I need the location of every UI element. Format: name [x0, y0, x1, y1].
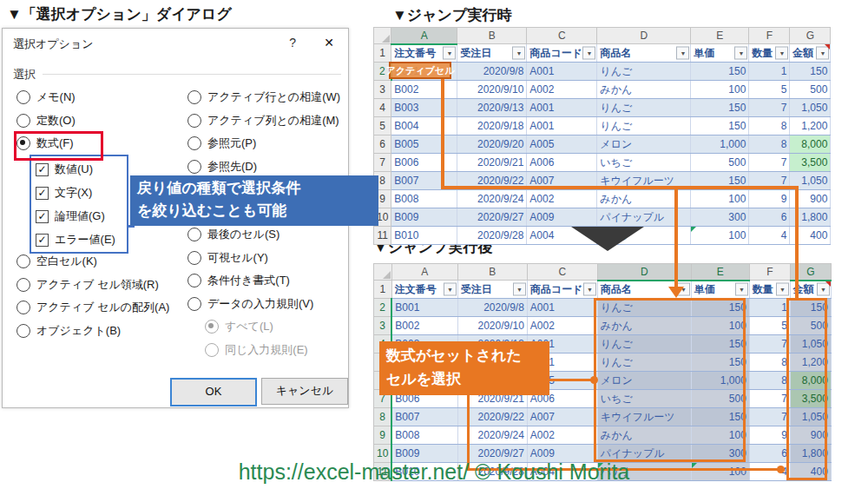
cell-D3[interactable]: みかん — [597, 81, 691, 99]
cell-G3[interactable]: 500 — [790, 81, 831, 99]
column-header-G[interactable]: G — [790, 28, 831, 44]
cell-A4[interactable]: B003 — [391, 99, 457, 117]
cell-F2[interactable]: 1 — [749, 63, 790, 81]
cell-G2[interactable]: 150 — [790, 299, 831, 317]
cell-B7[interactable]: 2020/9/21 — [457, 154, 527, 172]
filter-header-D1[interactable]: 商品名▼ — [597, 44, 691, 63]
cell-F11[interactable]: 4 — [749, 227, 790, 245]
filter-dropdown-icon[interactable]: ▼ — [775, 47, 788, 60]
select-all-corner[interactable] — [374, 28, 391, 44]
cell-E7[interactable]: 500 — [691, 154, 749, 172]
cell-C7[interactable]: A006 — [527, 154, 597, 172]
cell-G2[interactable]: 150 — [790, 63, 831, 81]
cell-C2[interactable]: A001 — [527, 63, 597, 81]
cell-A6[interactable]: B005 — [391, 135, 457, 154]
cell-F4[interactable]: 7 — [749, 99, 790, 117]
radio-アクティブ列との相違(M)[interactable]: アクティブ列との相違(M) — [187, 109, 339, 132]
cell-B5[interactable]: 2020/9/18 — [457, 117, 527, 135]
cell-A5[interactable]: B004 — [391, 117, 457, 135]
column-header-A[interactable]: A — [391, 264, 457, 281]
radio-数式(F)[interactable]: 数式(F) — [16, 132, 74, 155]
cell-D9[interactable]: みかん — [597, 426, 691, 445]
filter-header-B1[interactable]: 受注日▼ — [457, 44, 527, 63]
cell-F4[interactable]: 7 — [749, 335, 790, 354]
radio-アクティブ セルの配列(A)[interactable]: アクティブ セルの配列(A) — [16, 296, 169, 319]
checkbox-数値(U)[interactable]: ✓数値(U) — [36, 158, 93, 181]
cell-A11[interactable]: B010 — [391, 227, 457, 245]
cell-E3[interactable]: 100 — [691, 81, 749, 99]
checkbox-エラー値(E)[interactable]: ✓エラー値(E) — [36, 228, 115, 251]
column-header-B[interactable]: B — [457, 264, 527, 281]
row-header-1[interactable]: 1 — [374, 281, 392, 299]
cell-D5[interactable]: りんご — [597, 117, 691, 135]
column-header-E[interactable]: E — [691, 264, 749, 281]
column-header-F[interactable]: F — [749, 264, 790, 281]
radio-アクティブ行との相違(W)[interactable]: アクティブ行との相違(W) — [187, 86, 340, 109]
cell-D8[interactable]: キウイフルーツ — [597, 408, 691, 426]
cell-B3[interactable]: 2020/9/10 — [457, 81, 527, 99]
cell-F6[interactable]: 8 — [749, 372, 790, 390]
filter-header-C1[interactable]: 商品コード▼ — [527, 281, 597, 299]
cell-C8[interactable]: A007 — [527, 408, 597, 426]
cell-F10[interactable]: 6 — [749, 208, 790, 227]
cell-C3[interactable]: A002 — [527, 81, 597, 99]
cell-G6[interactable]: 8,000 — [790, 372, 831, 390]
row-header-1[interactable]: 1 — [374, 44, 391, 63]
filter-dropdown-icon[interactable]: ▼ — [512, 47, 525, 60]
cell-G4[interactable]: 1,050 — [790, 335, 831, 354]
cell-A9[interactable]: B008 — [391, 190, 457, 208]
cell-B9[interactable]: 2020/9/24 — [457, 190, 527, 208]
filter-header-F1[interactable]: 数量▼ — [749, 281, 790, 299]
cell-E9[interactable]: 100 — [691, 190, 749, 208]
help-icon[interactable]: ? — [289, 36, 296, 50]
cell-B6[interactable]: 2020/9/20 — [457, 135, 527, 154]
cell-A3[interactable]: B002 — [391, 317, 457, 335]
row-header-11[interactable]: 11 — [374, 227, 391, 245]
radio-データの入力規則(V)[interactable]: データの入力規則(V) — [187, 293, 313, 315]
cell-C9[interactable]: A002 — [527, 190, 597, 208]
filter-dropdown-icon[interactable]: ▼ — [735, 283, 748, 296]
cell-F7[interactable]: 7 — [749, 390, 790, 408]
cell-F5[interactable]: 8 — [749, 354, 790, 372]
row-header-6[interactable]: 6 — [374, 135, 391, 154]
column-header-F[interactable]: F — [749, 28, 790, 44]
column-header-B[interactable]: B — [457, 28, 527, 44]
cell-G5[interactable]: 1,200 — [790, 117, 831, 135]
cell-F9[interactable]: 9 — [749, 190, 790, 208]
filter-dropdown-icon[interactable]: ▼ — [513, 283, 526, 296]
filter-dropdown-icon[interactable]: ▼ — [734, 47, 747, 60]
cell-F3[interactable]: 5 — [749, 317, 790, 335]
cell-E7[interactable]: 500 — [691, 390, 749, 408]
close-icon[interactable]: ✕ — [324, 36, 334, 50]
cell-E8[interactable]: 150 — [691, 408, 749, 426]
cell-A2[interactable]: B001 — [391, 299, 457, 317]
radio-定数(O)[interactable]: 定数(O) — [16, 109, 76, 132]
cell-E2[interactable]: 150 — [691, 63, 749, 81]
cell-F8[interactable]: 7 — [749, 408, 790, 426]
filter-header-C1[interactable]: 商品コード▼ — [527, 44, 597, 63]
cell-D7[interactable]: いちご — [597, 390, 691, 408]
cell-C2[interactable]: A001 — [527, 299, 597, 317]
cell-D6[interactable]: メロン — [597, 372, 691, 390]
filter-dropdown-icon[interactable]: ▼ — [776, 283, 789, 296]
cell-E6[interactable]: 1,000 — [691, 372, 749, 390]
cell-D2[interactable]: りんご — [597, 63, 691, 81]
radio-条件付き書式(T)[interactable]: 条件付き書式(T) — [187, 269, 290, 292]
cell-B11[interactable]: 2020/9/28 — [457, 227, 527, 245]
cell-E9[interactable]: 100 — [691, 426, 749, 445]
cell-D5[interactable]: りんご — [597, 354, 691, 372]
radio-空白セル(K)[interactable]: 空白セル(K) — [16, 250, 97, 273]
column-header-E[interactable]: E — [691, 28, 749, 44]
cell-E6[interactable]: 1,000 — [691, 135, 749, 154]
radio-可視セル(Y)[interactable]: 可視セル(Y) — [187, 247, 268, 269]
cell-D7[interactable]: いちご — [597, 154, 691, 172]
filter-dropdown-icon[interactable]: ▼ — [582, 47, 595, 60]
cell-E5[interactable]: 150 — [691, 354, 749, 372]
ok-button[interactable]: OK — [170, 378, 257, 406]
cell-G8[interactable]: 1,050 — [790, 408, 831, 426]
filter-dropdown-icon[interactable]: ▼ — [443, 47, 456, 60]
cell-D3[interactable]: みかん — [597, 317, 691, 335]
cell-A9[interactable]: B008 — [391, 426, 457, 445]
cell-A7[interactable]: B006 — [391, 154, 457, 172]
radio-参照先(D)[interactable]: 参照先(D) — [187, 155, 257, 178]
